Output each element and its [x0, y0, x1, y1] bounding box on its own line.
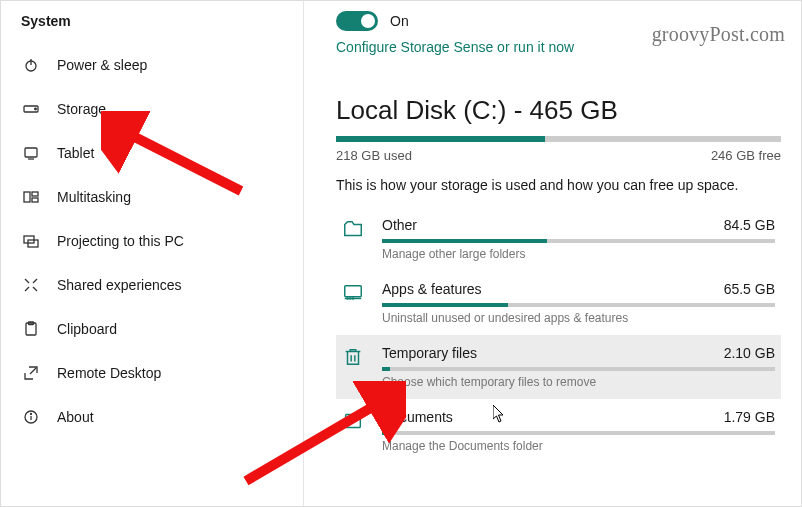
sidebar-item-label: Shared experiences — [57, 277, 182, 293]
svg-line-17 — [30, 368, 36, 374]
sidebar-item-clipboard[interactable]: Clipboard — [1, 307, 303, 351]
sidebar-item-label: Tablet — [57, 145, 94, 161]
category-apps-features[interactable]: Apps & features 65.5 GB Uninstall unused… — [336, 271, 781, 335]
sidebar-item-label: Projecting to this PC — [57, 233, 184, 249]
svg-point-3 — [35, 108, 37, 110]
sidebar-item-label: Power & sleep — [57, 57, 147, 73]
sidebar-item-power-sleep[interactable]: Power & sleep — [1, 43, 303, 87]
remote-desktop-icon — [23, 365, 39, 381]
svg-point-25 — [352, 298, 353, 299]
folder-icon — [342, 218, 364, 240]
storage-icon — [23, 101, 39, 117]
svg-line-12 — [33, 279, 37, 283]
category-bar — [382, 367, 775, 371]
toggle-label: On — [390, 13, 409, 29]
category-size: 84.5 GB — [724, 217, 775, 233]
category-bar — [382, 431, 775, 435]
sidebar-item-about[interactable]: About — [1, 395, 303, 439]
sidebar-item-projecting[interactable]: Projecting to this PC — [1, 219, 303, 263]
disk-stats: 218 GB used 246 GB free — [336, 148, 781, 163]
svg-rect-21 — [345, 286, 362, 297]
trash-icon — [342, 346, 364, 368]
sidebar-item-remote-desktop[interactable]: Remote Desktop — [1, 351, 303, 395]
category-name: Apps & features — [382, 281, 482, 297]
sidebar-item-label: About — [57, 409, 94, 425]
svg-rect-8 — [32, 198, 38, 202]
sidebar-item-label: Multitasking — [57, 189, 131, 205]
category-size: 2.10 GB — [724, 345, 775, 361]
category-size: 65.5 GB — [724, 281, 775, 297]
apps-icon — [342, 282, 364, 304]
projecting-icon — [23, 233, 39, 249]
svg-rect-28 — [346, 415, 361, 428]
sidebar: System Power & sleep Storage Tablet Mult… — [1, 1, 304, 506]
category-temporary-files[interactable]: Temporary files 2.10 GB Choose which tem… — [336, 335, 781, 399]
documents-icon — [342, 410, 364, 432]
svg-line-11 — [25, 279, 29, 283]
category-bar — [382, 303, 775, 307]
disk-title: Local Disk (C:) - 465 GB — [336, 95, 781, 126]
disk-usage-fill — [336, 136, 545, 142]
category-name: Documents — [382, 409, 453, 425]
sidebar-item-multitasking[interactable]: Multitasking — [1, 175, 303, 219]
svg-point-20 — [31, 414, 32, 415]
category-other[interactable]: Other 84.5 GB Manage other large folders — [336, 207, 781, 271]
sidebar-item-shared-experiences[interactable]: Shared experiences — [1, 263, 303, 307]
disk-usage-bar — [336, 136, 781, 142]
disk-free: 246 GB free — [711, 148, 781, 163]
svg-rect-6 — [24, 192, 30, 202]
category-sub: Manage other large folders — [382, 247, 775, 261]
multitasking-icon — [23, 189, 39, 205]
sidebar-item-label: Remote Desktop — [57, 365, 161, 381]
category-size: 1.79 GB — [724, 409, 775, 425]
storage-sense-toggle[interactable] — [336, 11, 378, 31]
category-bar — [382, 239, 775, 243]
storage-explain: This is how your storage is used and how… — [336, 177, 781, 193]
disk-used: 218 GB used — [336, 148, 412, 163]
content: On Configure Storage Sense or run it now… — [304, 1, 801, 506]
sidebar-title: System — [1, 13, 303, 43]
category-documents[interactable]: Documents 1.79 GB Manage the Documents f… — [336, 399, 781, 463]
svg-line-14 — [33, 287, 37, 291]
svg-point-23 — [347, 298, 348, 299]
category-sub: Manage the Documents folder — [382, 439, 775, 453]
clipboard-icon — [23, 321, 39, 337]
category-sub: Uninstall unused or undesired apps & fea… — [382, 311, 775, 325]
svg-rect-7 — [32, 192, 38, 196]
category-name: Other — [382, 217, 417, 233]
sidebar-item-label: Clipboard — [57, 321, 117, 337]
configure-storage-sense-link[interactable]: Configure Storage Sense or run it now — [336, 39, 574, 55]
svg-rect-4 — [25, 148, 37, 157]
sidebar-item-storage[interactable]: Storage — [1, 87, 303, 131]
category-name: Temporary files — [382, 345, 477, 361]
category-sub: Choose which temporary files to remove — [382, 375, 775, 389]
svg-point-24 — [350, 298, 351, 299]
power-icon — [23, 57, 39, 73]
svg-line-13 — [25, 287, 29, 291]
info-icon — [23, 409, 39, 425]
shared-experiences-icon — [23, 277, 39, 293]
tablet-icon — [23, 145, 39, 161]
storage-sense-toggle-row: On — [336, 11, 781, 31]
sidebar-item-label: Storage — [57, 101, 106, 117]
sidebar-item-tablet[interactable]: Tablet — [1, 131, 303, 175]
